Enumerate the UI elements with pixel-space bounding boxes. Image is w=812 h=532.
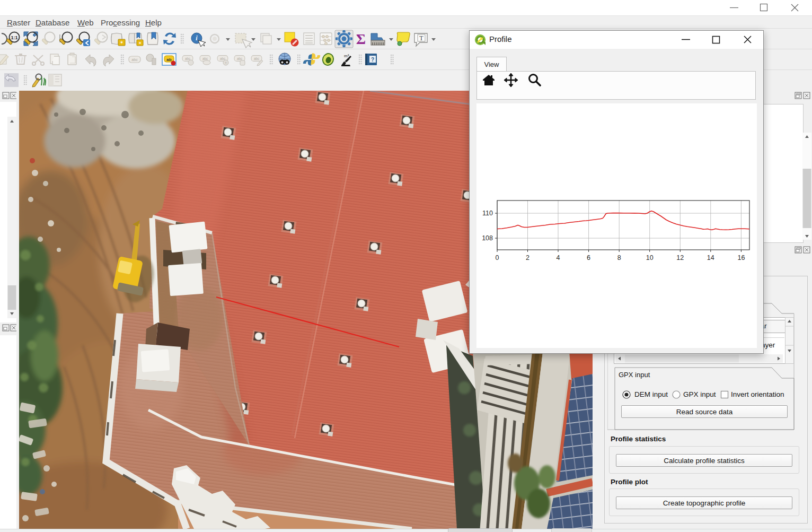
svg-text:14: 14 — [707, 254, 714, 261]
svg-text:2: 2 — [526, 254, 529, 261]
svg-text:10: 10 — [646, 254, 654, 261]
svg-text:T: T — [419, 34, 423, 42]
svg-text:?: ? — [371, 57, 374, 63]
svg-text:+: + — [225, 61, 227, 65]
svg-text:✶: ✶ — [120, 40, 124, 45]
svg-text:ab: ab — [166, 57, 171, 62]
svg-text:✶: ✶ — [138, 41, 142, 46]
svg-text:4: 4 — [557, 254, 560, 261]
svg-text:108: 108 — [482, 234, 493, 242]
svg-text:16: 16 — [737, 254, 745, 261]
svg-text:110: 110 — [482, 210, 493, 217]
svg-text:1:1: 1:1 — [11, 35, 17, 40]
svg-text:6: 6 — [587, 254, 590, 261]
svg-text:12: 12 — [676, 254, 684, 261]
svg-text:0: 0 — [496, 254, 499, 261]
svg-text:8: 8 — [617, 254, 621, 261]
svg-text:m³: m³ — [344, 54, 349, 58]
svg-text:Σ: Σ — [356, 31, 366, 47]
